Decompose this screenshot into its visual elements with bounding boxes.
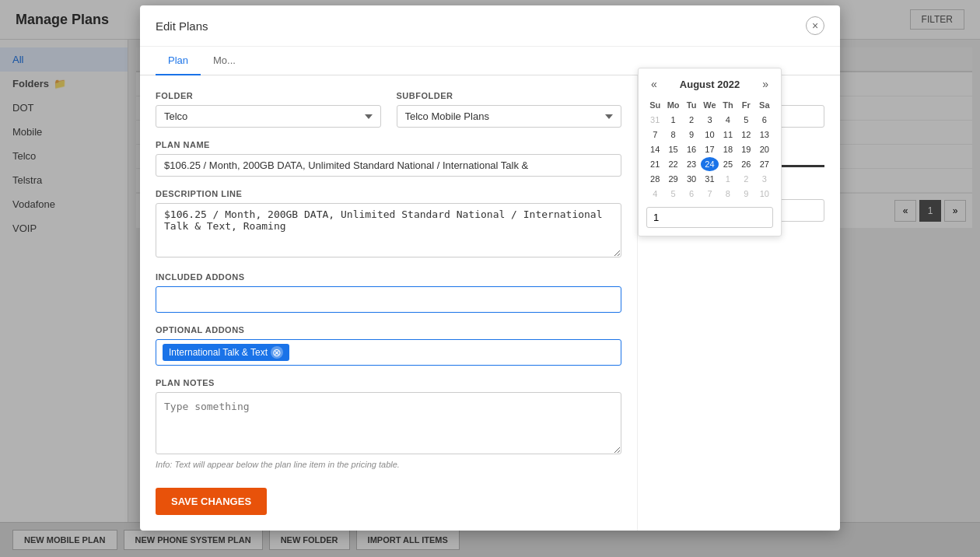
modal-left-column: FOLDER Telco DOT Mobile Telstra Vodafone… [140, 75, 638, 531]
modal-close-button[interactable]: × [806, 16, 824, 35]
description-label: DESCRIPTION LINE [156, 189, 621, 198]
cal-day[interactable]: 8 [664, 128, 681, 142]
included-addons-field[interactable] [156, 286, 621, 313]
addon-tag-remove-button[interactable]: ⊗ [271, 346, 283, 359]
cal-day[interactable]: 4 [646, 187, 663, 201]
plan-name-label: PLAN NAME [156, 140, 621, 149]
cal-day[interactable]: 8 [719, 187, 737, 201]
cal-day[interactable]: 3 [701, 113, 718, 127]
cal-day[interactable]: 14 [646, 142, 663, 156]
cal-day[interactable]: 9 [737, 187, 754, 201]
calendar-next-button[interactable]: » [758, 76, 773, 92]
cal-day[interactable]: 10 [701, 128, 718, 142]
calendar-month-year: August 2022 [680, 79, 740, 90]
plan-notes-info: Info: Text will appear below the plan li… [156, 460, 621, 469]
cal-day[interactable]: 17 [701, 142, 718, 156]
edit-plans-modal: Edit Plans × Plan Mo... FOLDER Telco DOT… [140, 5, 840, 531]
included-addons-group: INCLUDED ADDONS [156, 272, 621, 313]
modal-header: Edit Plans × [140, 5, 840, 47]
addon-tag-international: International Talk & Text ⊗ [163, 344, 289, 361]
calendar-popup: « August 2022 » Su Mo Tu We Th Fr Sa 31 … [638, 68, 782, 236]
calendar-prev-button[interactable]: « [646, 76, 662, 92]
tab-mo[interactable]: Mo... [201, 47, 248, 75]
cal-day[interactable]: 31 [646, 113, 663, 127]
subfolder-group: SUBFOLDER Telco Mobile Plans [397, 91, 622, 128]
cal-day[interactable]: 29 [664, 172, 681, 186]
cal-day[interactable]: 11 [719, 128, 737, 142]
cal-day[interactable]: 18 [719, 142, 737, 156]
subfolder-label: SUBFOLDER [397, 91, 622, 100]
optional-addons-group: OPTIONAL ADDONS International Talk & Tex… [156, 325, 621, 366]
cal-day[interactable]: 21 [646, 157, 663, 171]
plan-notes-group: PLAN NOTES Info: Text will appear below … [156, 378, 621, 469]
cal-day[interactable]: 25 [719, 157, 737, 171]
cal-day[interactable]: 13 [756, 128, 773, 142]
plan-notes-label: PLAN NOTES [156, 378, 621, 387]
optional-addons-label: OPTIONAL ADDONS [156, 325, 621, 335]
folder-label: FOLDER [156, 91, 381, 100]
cal-day[interactable]: 5 [737, 113, 754, 127]
cal-day[interactable]: 2 [683, 113, 700, 127]
save-changes-button[interactable]: SAVE CHANGES [156, 488, 267, 515]
cal-day[interactable]: 28 [646, 172, 663, 186]
cal-day[interactable]: 7 [646, 128, 663, 142]
cal-day[interactable]: 1 [664, 113, 681, 127]
cal-header-we: We [701, 98, 718, 112]
tab-plan[interactable]: Plan [156, 47, 201, 75]
calendar-grid: Su Mo Tu We Th Fr Sa 31 1 2 3 4 5 6 7 8 … [646, 98, 773, 201]
cal-day[interactable]: 15 [664, 142, 681, 156]
calendar-date-input[interactable] [646, 207, 773, 228]
optional-addons-field[interactable]: International Talk & Text ⊗ [156, 339, 621, 366]
cal-header-fr: Fr [737, 98, 754, 112]
cal-day[interactable]: 5 [664, 187, 681, 201]
cal-day[interactable]: 26 [737, 157, 754, 171]
cal-day[interactable]: 22 [664, 157, 681, 171]
description-group: DESCRIPTION LINE $106.25 / Month, 200GB … [156, 189, 621, 260]
cal-header-mo: Mo [664, 98, 681, 112]
cal-day[interactable]: 20 [756, 142, 773, 156]
cal-day[interactable]: 30 [683, 172, 700, 186]
cal-day[interactable]: 1 [719, 172, 737, 186]
cal-day[interactable]: 16 [683, 142, 700, 156]
cal-header-tu: Tu [683, 98, 700, 112]
plan-notes-textarea[interactable] [156, 392, 621, 454]
cal-day[interactable]: 9 [683, 128, 700, 142]
included-addons-label: INCLUDED ADDONS [156, 272, 621, 282]
cal-day[interactable]: 2 [737, 172, 754, 186]
cal-day[interactable]: 6 [756, 113, 773, 127]
cal-header-su: Su [646, 98, 663, 112]
plan-name-group: PLAN NAME [156, 140, 621, 177]
cal-day[interactable]: 27 [756, 157, 773, 171]
cal-day-selected[interactable]: 24 [701, 157, 718, 171]
plan-name-input[interactable] [156, 154, 621, 177]
cal-header-th: Th [719, 98, 737, 112]
modal-title: Edit Plans [156, 19, 208, 33]
subfolder-select[interactable]: Telco Mobile Plans [397, 105, 622, 128]
folder-group: FOLDER Telco DOT Mobile Telstra Vodafone… [156, 91, 381, 128]
cal-day[interactable]: 4 [719, 113, 737, 127]
cal-day[interactable]: 6 [683, 187, 700, 201]
cal-day[interactable]: 10 [756, 187, 773, 201]
cal-day[interactable]: 19 [737, 142, 754, 156]
folder-row: FOLDER Telco DOT Mobile Telstra Vodafone… [156, 91, 621, 128]
cal-day[interactable]: 3 [756, 172, 773, 186]
calendar-header: « August 2022 » [646, 76, 773, 92]
cal-day[interactable]: 7 [701, 187, 718, 201]
folder-select[interactable]: Telco DOT Mobile Telstra Vodafone VOIP [156, 105, 381, 128]
description-textarea[interactable]: $106.25 / Month, 200GB DATA, Unlimited S… [156, 203, 621, 257]
cal-day[interactable]: 12 [737, 128, 754, 142]
cal-day[interactable]: 23 [683, 157, 700, 171]
cal-day[interactable]: 31 [701, 172, 718, 186]
cal-header-sa: Sa [756, 98, 773, 112]
addon-tag-label: International Talk & Text [169, 347, 268, 358]
